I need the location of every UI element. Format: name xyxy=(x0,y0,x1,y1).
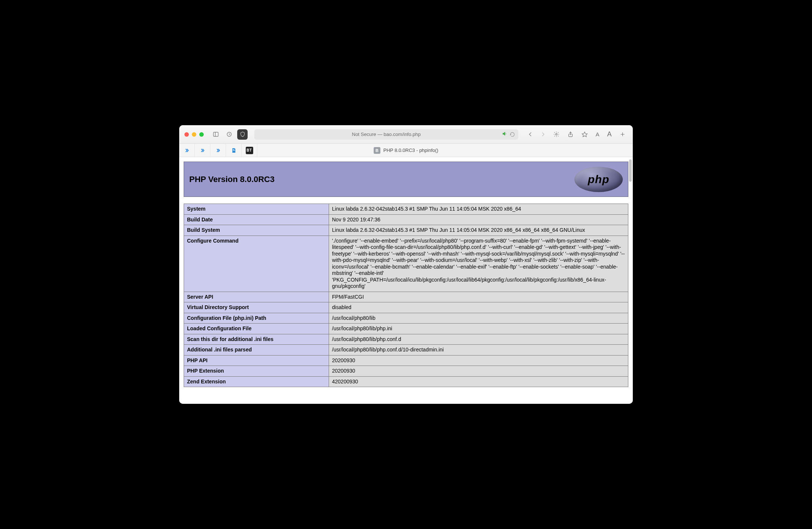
table-row: Server APIFPM/FastCGI xyxy=(184,292,628,302)
tab-title-text: PHP 8.0.0RC3 - phpinfo() xyxy=(383,147,438,153)
history-button[interactable] xyxy=(224,129,234,140)
phpinfo-value: Linux labda 2.6.32-042stab145.3 #1 SMP T… xyxy=(329,225,628,236)
table-row: Build SystemLinux labda 2.6.32-042stab14… xyxy=(184,225,628,236)
reload-button[interactable] xyxy=(509,132,515,137)
document-icon xyxy=(231,147,237,153)
svg-rect-9 xyxy=(233,150,235,150)
table-row: Loaded Configuration File/usr/local/php8… xyxy=(184,324,628,334)
phpinfo-key: PHP API xyxy=(184,355,329,366)
table-row: Build DateNov 9 2020 19:47:36 xyxy=(184,214,628,225)
phpinfo-key: Build Date xyxy=(184,214,329,225)
double-chevron-icon xyxy=(216,148,221,153)
phpinfo-value: /usr/local/php80/lib xyxy=(329,313,628,324)
phpinfo-key: Loaded Configuration File xyxy=(184,324,329,334)
favorite-item-4[interactable] xyxy=(226,144,242,157)
php-logo-text: php xyxy=(588,173,609,186)
favicon-icon: B xyxy=(374,147,380,154)
back-button[interactable] xyxy=(525,129,535,140)
phpinfo-value: 20200930 xyxy=(329,355,628,366)
close-window-button[interactable] xyxy=(184,132,189,137)
favorites-bar: BT B PHP 8.0.0RC3 - phpinfo() xyxy=(179,144,633,157)
address-text: Not Secure — bao.com/info.php xyxy=(352,132,421,137)
window-controls xyxy=(184,132,204,137)
table-row: Configuration File (php.ini) Path/usr/lo… xyxy=(184,313,628,324)
phpinfo-key: Zend Extension xyxy=(184,376,329,387)
phpinfo-key: Virtual Directory Support xyxy=(184,302,329,313)
star-icon xyxy=(581,131,588,137)
minimize-window-button[interactable] xyxy=(192,132,196,137)
double-chevron-icon xyxy=(200,148,205,153)
bt-badge-icon: BT xyxy=(246,147,253,154)
phpinfo-value: Nov 9 2020 19:47:36 xyxy=(329,214,628,225)
table-row: Configure Command'./configure' '--enable… xyxy=(184,236,628,292)
php-version-title: PHP Version 8.0.0RC3 xyxy=(189,175,275,184)
share-button[interactable] xyxy=(565,129,576,140)
privacy-report-button[interactable] xyxy=(237,129,248,140)
favorite-item-5[interactable]: BT xyxy=(242,144,257,157)
phpinfo-key: PHP Extension xyxy=(184,366,329,377)
active-tab[interactable]: B PHP 8.0.0RC3 - phpinfo() xyxy=(374,147,438,154)
favorite-item-2[interactable] xyxy=(195,144,210,157)
svg-point-3 xyxy=(555,133,557,135)
sidebar-toggle-button[interactable] xyxy=(210,129,221,140)
phpinfo-value: './configure' '--enable-embed' '--prefix… xyxy=(329,236,628,292)
phpinfo-value: /usr/local/php80/lib/php.conf.d/10-direc… xyxy=(329,345,628,356)
preferences-button[interactable] xyxy=(551,129,561,140)
phpinfo-key: Scan this dir for additional .ini files xyxy=(184,334,329,345)
table-row: Virtual Directory Supportdisabled xyxy=(184,302,628,313)
phpinfo-key: Build System xyxy=(184,225,329,236)
toolbar-right: A A xyxy=(551,129,628,140)
maximize-window-button[interactable] xyxy=(199,132,204,137)
sidebar-icon xyxy=(213,131,219,137)
table-row: Scan this dir for additional .ini files/… xyxy=(184,334,628,345)
phpinfo-value: /usr/local/php80/lib/php.conf.d xyxy=(329,334,628,345)
phpinfo-key: Server API xyxy=(184,292,329,302)
browser-toolbar: Not Secure — bao.com/info.php xyxy=(179,125,633,144)
gear-icon xyxy=(553,131,560,137)
share-icon xyxy=(567,131,574,137)
phpinfo-page: PHP Version 8.0.0RC3 php SystemLinux lab… xyxy=(179,157,633,392)
favorite-item-1[interactable] xyxy=(179,144,195,157)
vertical-scrollbar[interactable] xyxy=(629,159,632,182)
phpinfo-key: Configuration File (php.ini) Path xyxy=(184,313,329,324)
phpinfo-key: Configure Command xyxy=(184,236,329,292)
table-row: Zend Extension420200930 xyxy=(184,376,628,387)
reload-icon xyxy=(509,132,515,137)
php-logo: php xyxy=(574,167,623,192)
address-bar[interactable]: Not Secure — bao.com/info.php xyxy=(254,129,518,140)
browser-window: Not Secure — bao.com/info.php xyxy=(179,125,633,404)
phpinfo-value: /usr/local/php80/lib/php.ini xyxy=(329,324,628,334)
spacer xyxy=(184,197,628,204)
double-chevron-icon xyxy=(184,148,190,153)
chevron-left-icon xyxy=(527,131,534,137)
phpinfo-key: System xyxy=(184,204,329,215)
phpinfo-value: FPM/FastCGI xyxy=(329,292,628,302)
page-viewport[interactable]: PHP Version 8.0.0RC3 php SystemLinux lab… xyxy=(179,157,633,404)
svg-rect-8 xyxy=(233,149,234,149)
clock-icon xyxy=(226,131,232,137)
bookmark-button[interactable] xyxy=(579,129,590,140)
svg-marker-5 xyxy=(582,132,587,137)
table-row: PHP Extension20200930 xyxy=(184,366,628,377)
forward-button[interactable] xyxy=(538,129,548,140)
address-host: bao.com/info.php xyxy=(384,132,421,137)
audio-indicator-icon[interactable] xyxy=(502,131,507,137)
table-row: SystemLinux labda 2.6.32-042stab145.3 #1… xyxy=(184,204,628,215)
table-row: Additional .ini files parsed/usr/local/p… xyxy=(184,345,628,356)
favorite-item-3[interactable] xyxy=(210,144,226,157)
table-row: PHP API20200930 xyxy=(184,355,628,366)
text-size-decrease-button[interactable]: A xyxy=(593,131,602,137)
plus-icon xyxy=(619,131,626,137)
text-size-increase-button[interactable]: A xyxy=(605,130,613,138)
not-secure-label: Not Secure — xyxy=(352,132,384,137)
chevron-right-icon xyxy=(540,131,546,137)
phpinfo-table: SystemLinux labda 2.6.32-042stab145.3 #1… xyxy=(184,204,628,387)
svg-rect-0 xyxy=(213,132,218,136)
phpinfo-header: PHP Version 8.0.0RC3 php xyxy=(184,162,628,197)
phpinfo-value: disabled xyxy=(329,302,628,313)
shield-icon xyxy=(239,131,246,137)
phpinfo-value: 20200930 xyxy=(329,366,628,377)
phpinfo-value: 420200930 xyxy=(329,376,628,387)
navigation-buttons xyxy=(525,129,548,140)
new-tab-button[interactable] xyxy=(617,129,628,140)
